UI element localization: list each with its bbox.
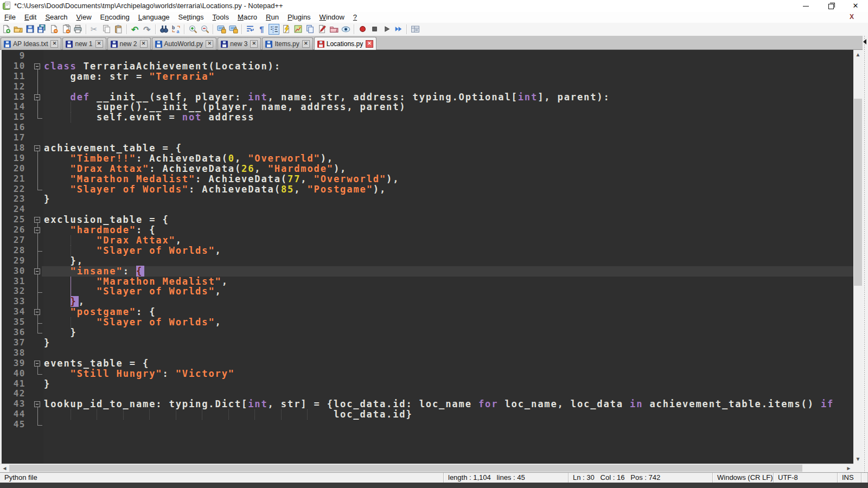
macro-run-multiple-icon[interactable]	[393, 24, 404, 35]
tab-close-icon[interactable]: ✕	[302, 40, 310, 48]
show-all-characters-icon[interactable]: ¶	[257, 24, 267, 35]
code-line-26[interactable]: 26 "hardmode": {	[2, 225, 853, 235]
macro-save-icon[interactable]	[410, 24, 420, 35]
menu-edit[interactable]: Edit	[20, 12, 41, 23]
code-line-35[interactable]: 35 "Slayer of Worlds",	[2, 317, 853, 328]
code-line-25[interactable]: 25exclusion_table = {	[2, 215, 853, 225]
code-line-15[interactable]: 15 self.event = not address	[2, 112, 853, 123]
code-line-10[interactable]: 10class TerrariaAchievement(Location):	[2, 61, 853, 72]
code-line-40[interactable]: 40 "Still Hungry": "Victory"	[2, 369, 853, 379]
fold-collapse-icon[interactable]	[34, 309, 40, 315]
fold-collapse-icon[interactable]	[34, 401, 40, 407]
save-icon[interactable]	[24, 24, 35, 35]
function-list-icon[interactable]	[316, 24, 327, 35]
restore-button[interactable]	[818, 0, 843, 12]
vertical-scrollbar[interactable]: ▲ ▼	[853, 50, 863, 464]
tab-new-1[interactable]: new 1✕	[62, 37, 106, 50]
code-line-24[interactable]: 24	[2, 204, 853, 215]
macro-stop-icon[interactable]	[369, 24, 380, 35]
close-button[interactable]: ✕	[843, 0, 868, 12]
cut-icon[interactable]: ✂	[89, 24, 100, 35]
menu-tools[interactable]: Tools	[208, 12, 233, 23]
undo-icon[interactable]: ↶	[130, 24, 141, 35]
fold-margin[interactable]	[31, 143, 43, 153]
menu-encoding[interactable]: Encoding	[96, 12, 134, 23]
code-line-44[interactable]: 44 loc_data.id}	[2, 409, 853, 420]
fold-margin[interactable]	[31, 266, 43, 277]
menu-macro[interactable]: Macro	[233, 12, 261, 23]
sync-vertical-scroll-icon[interactable]	[216, 24, 227, 35]
code-line-29[interactable]: 29 },	[2, 256, 853, 266]
code-line-34[interactable]: 34 "postgame": {	[2, 307, 853, 317]
menu-language[interactable]: Language	[134, 12, 174, 23]
code-line-32[interactable]: 32 "Slayer of Worlds",	[2, 286, 853, 297]
code-line-13[interactable]: 13 def __init__(self, player: int, name:…	[2, 92, 853, 102]
scroll-down-icon[interactable]: ▼	[853, 454, 863, 464]
fold-margin[interactable]	[31, 215, 43, 225]
print-icon[interactable]	[72, 24, 83, 35]
fold-collapse-icon[interactable]	[34, 94, 40, 100]
tab-close-icon[interactable]: ✕	[206, 40, 213, 48]
tab-close-icon[interactable]: ✕	[95, 40, 103, 48]
open-file-icon[interactable]	[12, 24, 23, 35]
fold-margin[interactable]	[31, 225, 43, 235]
fold-collapse-icon[interactable]	[34, 63, 40, 69]
minimize-button[interactable]	[793, 0, 818, 12]
macro-play-icon[interactable]	[381, 24, 392, 35]
find-icon[interactable]	[158, 24, 169, 35]
code-line-43[interactable]: 43lookup_id_to_name: typing.Dict[int, st…	[2, 399, 853, 409]
editor[interactable]: 910class TerrariaAchievement(Location):1…	[2, 50, 853, 464]
document-map-icon[interactable]	[292, 24, 303, 35]
close-icon[interactable]	[48, 24, 59, 35]
word-wrap-icon[interactable]	[245, 24, 256, 35]
code-line-31[interactable]: 31 "Marathon Medalist",	[2, 277, 853, 287]
fold-collapse-icon[interactable]	[34, 268, 40, 274]
zoom-in-icon[interactable]	[187, 24, 198, 35]
folder-as-workspace-icon[interactable]	[328, 24, 339, 35]
tab-items-py[interactable]: Items.py✕	[262, 37, 312, 50]
menu-search[interactable]: Search	[41, 12, 72, 23]
code-line-36[interactable]: 36 }	[2, 328, 853, 338]
replace-icon[interactable]: ba	[170, 24, 181, 35]
monitoring-icon[interactable]	[340, 24, 351, 35]
close-document-icon[interactable]: X	[850, 13, 854, 21]
code-line-18[interactable]: 18achievement_table = {	[2, 143, 853, 153]
tab-locations-py[interactable]: Locations.py✕	[314, 37, 376, 51]
code-line-12[interactable]: 12	[2, 82, 853, 92]
tab-autoworld-py[interactable]: AutoWorld.py✕	[152, 37, 217, 50]
code-line-9[interactable]: 9	[2, 51, 853, 61]
tab-close-icon[interactable]: ✕	[250, 40, 258, 48]
scroll-right-icon[interactable]: ►	[844, 464, 853, 472]
code-line-41[interactable]: 41}	[2, 379, 853, 389]
code-line-42[interactable]: 42	[2, 389, 853, 399]
fold-margin[interactable]	[31, 61, 43, 72]
menu-plugins[interactable]: Plugins	[283, 12, 315, 23]
code-line-22[interactable]: 22 "Slayer of Worlds": AchieveData(85, "…	[2, 184, 853, 195]
code-line-33[interactable]: 33 },	[2, 297, 853, 307]
code-line-14[interactable]: 14 super().__init__(player, name, addres…	[2, 102, 853, 112]
tab-new-3[interactable]: new 3✕	[218, 37, 261, 50]
tab-close-icon[interactable]: ✕	[140, 40, 148, 48]
redo-icon[interactable]: ↷	[142, 24, 152, 35]
fold-collapse-icon[interactable]	[34, 227, 40, 233]
horizontal-scrollbar-thumb[interactable]	[9, 465, 802, 472]
menu-view[interactable]: View	[72, 12, 96, 23]
fold-collapse-icon[interactable]	[34, 217, 40, 223]
fold-margin[interactable]	[31, 92, 43, 102]
code-line-30[interactable]: 30 "insane": {	[2, 266, 853, 277]
menu-file[interactable]: File	[0, 12, 20, 23]
document-list-icon[interactable]	[304, 24, 315, 35]
code-line-27[interactable]: 27 "Drax Attax",	[2, 235, 853, 246]
copy-icon[interactable]	[101, 24, 112, 35]
tab-new-2[interactable]: new 2✕	[107, 37, 151, 50]
zoom-out-icon[interactable]	[199, 24, 210, 35]
close-all-icon[interactable]	[60, 24, 71, 35]
scroll-left-icon[interactable]: ◄	[0, 464, 9, 472]
scroll-up-icon[interactable]: ▲	[853, 50, 863, 59]
code-line-38[interactable]: 38	[2, 348, 853, 358]
fold-margin[interactable]	[31, 307, 43, 317]
code-line-28[interactable]: 28 "Slayer of Worlds",	[2, 246, 853, 256]
show-indent-guide-icon[interactable]	[269, 24, 279, 35]
fold-margin[interactable]	[31, 358, 43, 369]
menu-?[interactable]: ?	[349, 12, 361, 23]
